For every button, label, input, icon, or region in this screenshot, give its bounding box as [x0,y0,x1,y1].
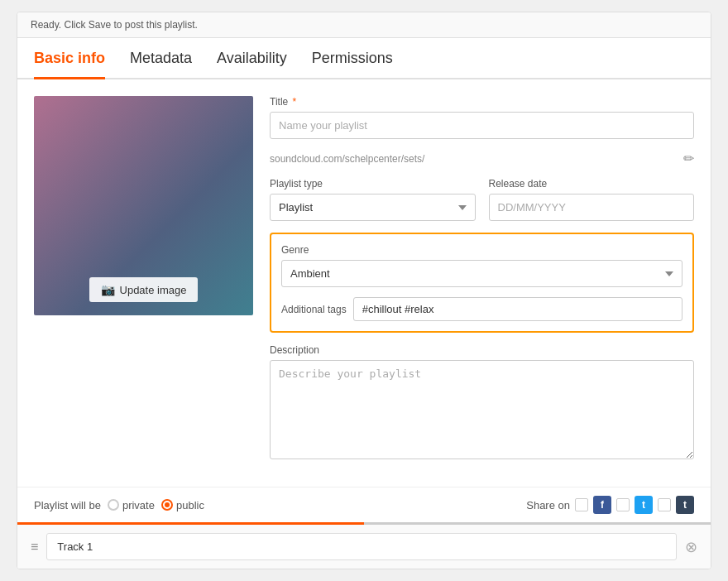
playlist-type-label: Playlist type [270,178,476,190]
track-input[interactable] [46,533,677,560]
public-label: public [176,499,204,511]
share-group: Share on f t t [526,496,694,514]
genre-field-group: Genre None Ambient Classical Electronic … [281,244,682,287]
genre-label: Genre [281,244,682,256]
hamburger-icon[interactable]: ≡ [31,540,38,555]
tumblr-checkbox[interactable] [658,498,671,511]
status-bar: Ready. Click Save to post this playlist. [17,12,711,38]
genre-tags-box: Genre None Ambient Classical Electronic … [270,233,694,333]
edit-url-icon[interactable]: ✏ [683,151,694,166]
twitter-icon[interactable]: t [635,496,653,514]
content-area: 📷 Update image Title * soundcloud.com/sc… [17,79,711,487]
private-option[interactable]: private [108,499,155,511]
tab-basic-info[interactable]: Basic info [34,38,105,79]
description-field-group: Description [270,344,694,462]
release-date-label: Release date [489,178,695,190]
description-label: Description [270,344,694,356]
main-container: Ready. Click Save to post this playlist.… [17,12,711,569]
playlist-image: 📷 Update image [34,96,253,315]
public-option[interactable]: public [161,499,204,511]
share-label: Share on [526,499,570,511]
url-row: soundcloud.com/schelpcenter/sets/ ✏ [270,151,694,166]
tags-input[interactable] [353,297,682,321]
tab-permissions[interactable]: Permissions [312,38,393,79]
title-label: Title * [270,96,694,108]
tab-bar: Basic info Metadata Availability Permiss… [17,38,711,79]
playlist-type-group: Playlist type Playlist Album EP Single [270,178,476,221]
private-radio[interactable] [108,499,119,511]
url-prefix-text: soundcloud.com/schelpcenter/sets/ [270,153,678,165]
tumblr-icon[interactable]: t [676,496,694,514]
playlist-type-select[interactable]: Playlist Album EP Single [270,194,476,221]
facebook-icon[interactable]: f [593,496,611,514]
facebook-checkbox[interactable] [575,498,588,511]
genre-select[interactable]: None Ambient Classical Electronic Hip-ho… [281,260,682,287]
tab-availability[interactable]: Availability [217,38,287,79]
release-date-group: Release date [489,178,695,221]
private-label: private [122,499,155,511]
tags-label: Additional tags [281,304,347,315]
camera-icon: 📷 [101,283,115,296]
right-panel: Title * soundcloud.com/schelpcenter/sets… [270,96,694,473]
left-panel: 📷 Update image [34,96,253,473]
privacy-label: Playlist will be [34,499,101,511]
release-date-input[interactable] [489,194,695,221]
public-radio[interactable] [161,499,173,511]
description-textarea[interactable] [270,360,694,459]
type-date-row: Playlist type Playlist Album EP Single R… [270,178,694,221]
twitter-checkbox[interactable] [616,498,630,511]
update-image-button[interactable]: 📷 Update image [89,277,199,302]
bottom-row: Playlist will be private public Share on… [17,487,711,522]
close-button[interactable]: ⊗ [685,538,697,556]
title-field-group: Title * [270,96,694,139]
tab-metadata[interactable]: Metadata [130,38,192,79]
tags-row: Additional tags [281,297,682,321]
footer-bar: ≡ ⊗ [17,522,711,569]
required-indicator: * [290,96,296,108]
tags-field-group: Additional tags [281,297,682,321]
title-input[interactable] [270,112,694,139]
privacy-group: Playlist will be private public [34,499,204,511]
